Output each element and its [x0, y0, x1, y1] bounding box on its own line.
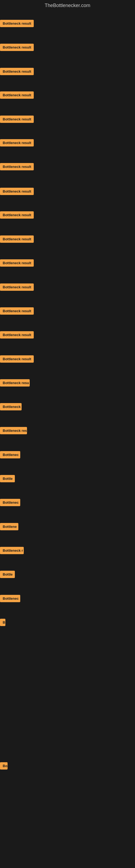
bottleneck-item: Bottle [0, 571, 15, 579]
bottleneck-badge[interactable]: Bottleneck result [0, 68, 34, 75]
bottleneck-badge[interactable]: Bottleneck res [0, 427, 27, 434]
bottleneck-badge[interactable]: Bottlenec [0, 595, 20, 602]
bottleneck-badge[interactable]: Bottleneck result [0, 188, 34, 195]
bottleneck-item: Bottle [0, 475, 15, 484]
bottleneck-item: Bottleneck result [0, 307, 34, 316]
bottleneck-item: Bottleneck result [0, 68, 34, 76]
bottleneck-item: Bottlene [0, 523, 18, 531]
bottleneck-item: Bottleneck r [0, 547, 24, 555]
bottleneck-item: B [0, 619, 5, 627]
bottleneck-item: Bottleneck res [0, 427, 27, 435]
bottleneck-badge[interactable]: Bottle [0, 475, 15, 482]
bottleneck-badge[interactable]: Bottleneck r [0, 547, 24, 554]
bottleneck-badge[interactable]: Bottleneck result [0, 139, 34, 147]
bottleneck-badge[interactable]: Bottlenec [0, 499, 20, 506]
bottleneck-badge[interactable]: Bo [0, 762, 8, 770]
bottleneck-item: Bottleneck result [0, 116, 34, 124]
bottleneck-item: Bottleneck result [0, 163, 34, 172]
bottleneck-badge[interactable]: Bottleneck result [0, 44, 34, 51]
items-container: Bottleneck resultBottleneck resultBottle… [0, 12, 135, 867]
bottleneck-item: Bottlenec [0, 499, 20, 507]
bottleneck-badge[interactable]: Bottleneck result [0, 236, 34, 243]
bottleneck-item: Bottleneck [0, 403, 21, 411]
bottleneck-item: Bottleneck result [0, 331, 34, 340]
bottleneck-badge[interactable]: Bottleneck result [0, 163, 34, 170]
bottleneck-badge[interactable]: Bottleneck result [0, 20, 34, 27]
site-title: TheBottlenecker.com [0, 0, 135, 12]
bottleneck-badge[interactable]: Bottleneck result [0, 307, 34, 315]
bottleneck-item: Bottleneck result [0, 188, 34, 196]
bottleneck-item: Bottleneck result [0, 91, 34, 100]
bottleneck-item: Bottleneck result [0, 236, 34, 244]
bottleneck-badge[interactable]: Bottleneck result [0, 283, 34, 291]
bottleneck-item: Bottleneck result [0, 44, 34, 52]
bottleneck-badge[interactable]: Bottle [0, 571, 15, 578]
bottleneck-badge[interactable]: Bottlenec [0, 451, 20, 458]
bottleneck-badge[interactable]: Bottlene [0, 523, 18, 530]
bottleneck-item: Bo [0, 762, 8, 771]
bottleneck-badge[interactable]: Bottleneck [0, 403, 21, 410]
bottleneck-badge[interactable]: Bottleneck result [0, 116, 34, 123]
bottleneck-item: Bottleneck result [0, 211, 34, 220]
bottleneck-badge[interactable]: Bottleneck result [0, 259, 34, 267]
bottleneck-item: Bottlenec [0, 451, 20, 460]
bottleneck-item: Bottleneck result [0, 355, 34, 364]
bottleneck-item: Bottleneck result [0, 139, 34, 148]
bottleneck-item: Bottleneck result [0, 20, 34, 28]
bottleneck-item: Bottlenec [0, 595, 20, 603]
bottleneck-item: Bottleneck result [0, 259, 34, 268]
bottleneck-badge[interactable]: B [0, 619, 5, 626]
bottleneck-badge[interactable]: Bottleneck result [0, 331, 34, 339]
bottleneck-item: Bottleneck result [0, 283, 34, 292]
bottleneck-badge[interactable]: Bottleneck result [0, 91, 34, 99]
bottleneck-badge[interactable]: Bottleneck result [0, 355, 34, 363]
bottleneck-badge[interactable]: Bottleneck resu [0, 379, 30, 386]
bottleneck-item: Bottleneck resu [0, 379, 30, 388]
bottleneck-badge[interactable]: Bottleneck result [0, 211, 34, 219]
